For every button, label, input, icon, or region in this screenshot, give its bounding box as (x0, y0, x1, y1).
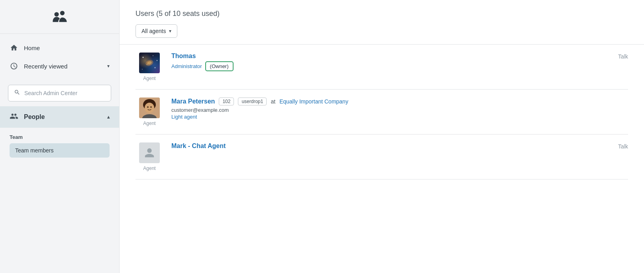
search-box[interactable] (8, 85, 111, 101)
mark-agent-label: Agent (143, 166, 155, 171)
people-label: People (24, 113, 45, 121)
page-title: Users (5 of 10 seats used) (135, 10, 628, 18)
svg-point-13 (147, 106, 149, 108)
main-header: Users (5 of 10 seats used) All agents ▾ (120, 0, 644, 45)
sidebar-item-people[interactable]: People ▴ (0, 106, 119, 128)
svg-point-1 (60, 11, 64, 15)
mark-name[interactable]: Mark - Chat Agent (171, 142, 226, 150)
mara-badge-102: 102 (219, 98, 234, 105)
people-icon (10, 112, 18, 122)
team-members-label: Team members (15, 147, 53, 154)
thomas-name[interactable]: Thomas (171, 53, 196, 60)
users-list: Agent Thomas Administrator (Owner) Talk (120, 45, 644, 179)
sidebar-item-team-members[interactable]: Team members (10, 143, 110, 158)
mark-avatar-wrap: Agent (135, 142, 163, 171)
team-section: Team Team members (0, 128, 119, 161)
mark-info: Mark - Chat Agent (171, 142, 596, 151)
search-input[interactable] (24, 90, 105, 96)
people-chevron: ▴ (107, 114, 110, 120)
svg-point-4 (157, 60, 157, 61)
mara-info: Mara Petersen 102 userdrop1 at Equally I… (171, 98, 628, 120)
svg-point-14 (150, 106, 152, 108)
home-icon (10, 43, 18, 52)
mark-product: Talk (604, 142, 628, 150)
home-label: Home (24, 45, 40, 51)
mara-badge-userdrop1: userdrop1 (238, 98, 267, 105)
sidebar-nav: Home Recently viewed ▾ (0, 34, 119, 80)
thomas-info: Thomas Administrator (Owner) (171, 53, 596, 71)
zendesk-logo-icon (50, 8, 69, 27)
mara-email: customer@example.com (171, 107, 628, 113)
mara-company[interactable]: Equally Important Company (279, 98, 348, 105)
thomas-avatar-wrap: Agent (135, 53, 163, 81)
filter-dropdown-label: All agents (141, 28, 166, 34)
table-row: Agent Thomas Administrator (Owner) Talk (135, 45, 628, 90)
team-section-label: Team (10, 134, 110, 140)
clock-icon (10, 62, 18, 70)
svg-point-3 (153, 55, 153, 56)
thomas-product: Talk (604, 53, 628, 60)
sidebar-item-home[interactable]: Home (0, 39, 119, 57)
thomas-agent-label: Agent (143, 76, 155, 81)
sidebar-item-recently-viewed[interactable]: Recently viewed ▾ (0, 57, 119, 75)
person-placeholder-icon (144, 147, 155, 158)
table-row: Agent Mark - Chat Agent Talk (135, 135, 628, 179)
search-container (0, 80, 119, 106)
table-row: Agent Mara Petersen 102 userdrop1 at Equ… (135, 90, 628, 135)
filter-dropdown-chevron: ▾ (169, 28, 171, 34)
svg-point-0 (54, 12, 59, 16)
recently-viewed-label: Recently viewed (24, 63, 67, 70)
mara-name[interactable]: Mara Petersen (171, 98, 215, 105)
mara-agent-label: Agent (143, 121, 155, 126)
mara-at-text: at (271, 98, 275, 105)
svg-point-12 (145, 103, 154, 113)
mara-avatar-wrap: Agent (135, 98, 163, 126)
mark-avatar (139, 142, 160, 163)
search-icon (14, 89, 20, 97)
main-content: Users (5 of 10 seats used) All agents ▾ (120, 0, 644, 273)
sidebar: Home Recently viewed ▾ (0, 0, 120, 273)
svg-point-2 (143, 57, 144, 58)
svg-point-6 (155, 67, 156, 68)
thomas-owner-badge: (Owner) (205, 61, 234, 71)
svg-point-7 (142, 69, 143, 70)
logo-container (0, 0, 119, 34)
recently-viewed-chevron: ▾ (107, 63, 110, 69)
thomas-role: Administrator (171, 63, 202, 69)
thomas-avatar (139, 53, 160, 73)
mara-user-type: Light agent (171, 114, 628, 120)
all-agents-dropdown[interactable]: All agents ▾ (135, 24, 177, 38)
mara-avatar (139, 98, 160, 118)
